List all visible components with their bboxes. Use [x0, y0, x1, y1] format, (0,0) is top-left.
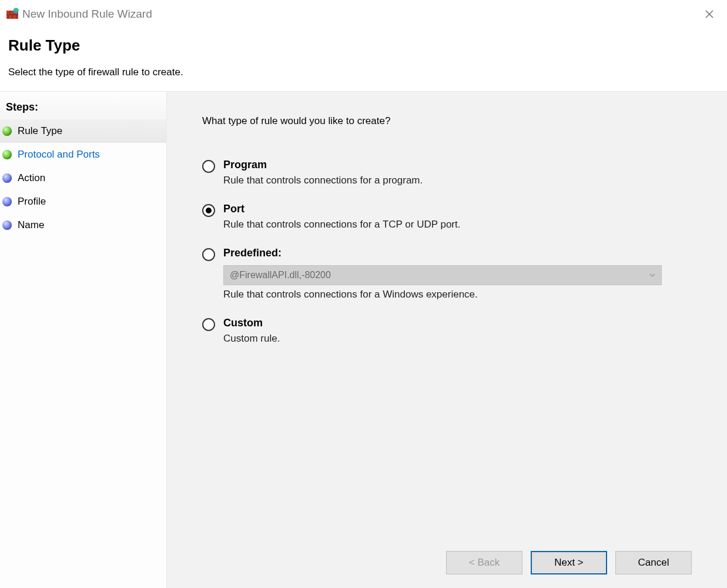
step-action[interactable]: Action	[0, 166, 166, 190]
radio-program[interactable]	[202, 160, 215, 173]
predefined-combo-value: @FirewallAPI.dll,-80200	[230, 270, 331, 280]
step-bullet-icon	[2, 150, 12, 159]
option-desc: Rule that controls connections for a pro…	[223, 175, 423, 186]
option-custom[interactable]: Custom Custom rule.	[202, 317, 692, 345]
next-button[interactable]: Next >	[531, 551, 607, 574]
firewall-icon	[6, 8, 22, 21]
step-label: Name	[18, 219, 44, 231]
chevron-down-icon	[649, 270, 655, 280]
step-bullet-icon	[2, 197, 12, 206]
step-profile[interactable]: Profile	[0, 190, 166, 213]
step-label: Profile	[18, 196, 46, 208]
step-bullet-icon	[2, 126, 12, 136]
option-title: Custom	[223, 317, 280, 329]
step-bullet-icon	[2, 220, 12, 230]
option-port[interactable]: Port Rule that controls connections for …	[202, 203, 692, 230]
step-label: Rule Type	[18, 125, 62, 137]
back-button: < Back	[446, 551, 522, 574]
step-protocol-and-ports[interactable]: Protocol and Ports	[0, 143, 166, 166]
option-desc: Rule that controls connections for a Win…	[223, 289, 662, 300]
steps-sidebar: Steps: Rule Type Protocol and Ports Acti…	[0, 92, 167, 588]
close-icon[interactable]	[698, 2, 721, 26]
option-desc: Rule that controls connections for a TCP…	[223, 219, 460, 230]
step-rule-type[interactable]: Rule Type	[0, 119, 166, 143]
predefined-combo: @FirewallAPI.dll,-80200	[223, 265, 662, 285]
steps-heading: Steps:	[0, 99, 166, 119]
option-predefined[interactable]: Predefined: @FirewallAPI.dll,-80200 Rule…	[202, 247, 692, 300]
radio-port[interactable]	[202, 204, 215, 217]
titlebar: New Inbound Rule Wizard	[0, 0, 727, 28]
radio-custom[interactable]	[202, 318, 215, 331]
wizard-header: Rule Type Select the type of firewall ru…	[0, 28, 727, 91]
option-title: Port	[223, 203, 460, 215]
option-program[interactable]: Program Rule that controls connections f…	[202, 159, 692, 186]
step-label: Action	[18, 172, 45, 184]
option-title: Predefined:	[223, 247, 662, 259]
option-desc: Custom rule.	[223, 333, 280, 345]
option-title: Program	[223, 159, 423, 171]
cancel-button[interactable]: Cancel	[615, 551, 692, 574]
rule-type-prompt: What type of rule would you like to crea…	[202, 115, 692, 127]
step-label: Protocol and Ports	[18, 149, 100, 161]
wizard-footer: < Back Next > Cancel	[446, 551, 692, 574]
page-title: Rule Type	[8, 36, 719, 55]
step-bullet-icon	[2, 173, 12, 183]
window-title: New Inbound Rule Wizard	[22, 8, 152, 21]
radio-predefined[interactable]	[202, 248, 215, 261]
page-subtitle: Select the type of firewall rule to crea…	[8, 62, 719, 78]
step-name[interactable]: Name	[0, 213, 166, 237]
wizard-main: What type of rule would you like to crea…	[167, 92, 727, 588]
